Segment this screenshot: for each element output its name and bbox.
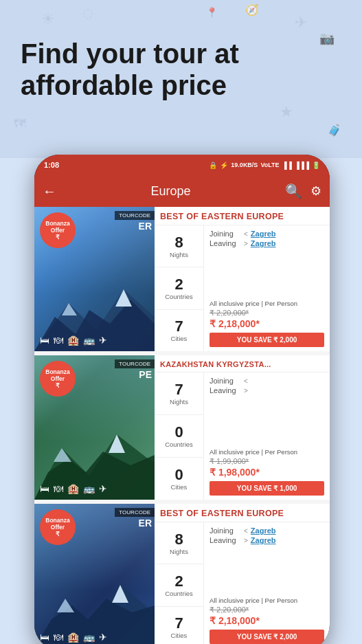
- card-right-2: KAZAKHSTAN KYRGYZSTA... 7 Nights 0 Count…: [155, 355, 330, 500]
- deco-pin-icon: 📍: [206, 7, 218, 18]
- bus-icon-2: 🚌: [83, 483, 95, 494]
- leaving-city-1[interactable]: Zagreb: [251, 239, 276, 247]
- nights-stat-1: 8 Nights: [155, 225, 203, 267]
- bonanza-badge-1: BonanzaOffer₹: [40, 212, 76, 248]
- cities-label-1: Cities: [171, 335, 188, 342]
- hotel-icon-2: 🏨: [67, 483, 79, 494]
- original-price-1: ₹ 2,20,000*: [210, 309, 324, 318]
- joining-label-2: Joining: [210, 377, 241, 385]
- deco-compass-icon: 🧭: [245, 3, 259, 16]
- hotel-icon-3: 🏨: [67, 632, 79, 643]
- nights-label-1: Nights: [170, 251, 188, 258]
- phone-mockup: 1:08 🔒 ⚡ 19.0KB/S VoLTE ▐▐ ▐▐▐ 🔋 ← Europ…: [34, 155, 330, 644]
- current-price-3: ₹ 2,18,000*: [210, 615, 324, 626]
- price-section-1: All inclusive price | Per Person ₹ 2,20,…: [210, 300, 324, 347]
- joining-leaving-2: Joining < Leaving >: [210, 377, 324, 395]
- price-section-2: All inclusive price | Per Person ₹ 1,99,…: [210, 448, 324, 496]
- joining-leaving-3: Joining < Zagreb Leaving > Zagreb: [210, 526, 324, 544]
- plane-icon-1: ✈: [99, 335, 107, 346]
- save-button-1[interactable]: YOU SAVE ₹ 2,000: [210, 333, 324, 347]
- tour-card-1[interactable]: BonanzaOffer₹ TOURCODE ER 🛏 🍽 🏨 🚌 ✈ BEST…: [34, 207, 330, 351]
- bt-icon: ⚡: [220, 162, 228, 169]
- joining-label-3: Joining: [210, 526, 241, 535]
- card-details-2: Joining < Leaving > All inclusive: [204, 373, 330, 500]
- nights-label-2: Nights: [170, 398, 188, 406]
- signal-1-icon: ▐▐: [282, 162, 292, 169]
- bonanza-label-1: BonanzaOffer₹: [45, 220, 69, 241]
- hotel-icon-1: 🏨: [67, 335, 79, 346]
- bonanza-badge-3: BonanzaOffer₹: [40, 509, 76, 545]
- joining-row-3: Joining < Zagreb: [210, 526, 324, 535]
- battery-icon: 🔋: [312, 162, 320, 169]
- countries-label-3: Countries: [165, 590, 193, 597]
- nights-label-3: Nights: [170, 548, 188, 555]
- price-info-2: All inclusive price | Per Person: [210, 448, 324, 456]
- joining-city-3[interactable]: Zagreb: [251, 526, 276, 535]
- card-middle-2: 7 Nights 0 Countries 0 Cities: [155, 373, 330, 500]
- joining-arrow-1: <: [244, 230, 248, 238]
- deco-circle-icon: ◌: [82, 5, 93, 21]
- headline-line1: Find your tour at: [21, 38, 239, 69]
- leaving-row-1: Leaving > Zagreb: [210, 239, 324, 247]
- countries-stat-2: 0 Countries: [155, 415, 203, 458]
- current-price-1: ₹ 2,18,000*: [210, 318, 324, 329]
- deco-plane-icon: ✈: [295, 14, 307, 32]
- cities-label-2: Cities: [171, 483, 188, 491]
- bed-icon-1: 🛏: [40, 335, 49, 346]
- countries-stat-3: 2 Countries: [155, 564, 203, 606]
- tourcode-label-1: TOURCODE: [115, 211, 155, 220]
- tour-list[interactable]: BonanzaOffer₹ TOURCODE ER 🛏 🍽 🏨 🚌 ✈ BEST…: [34, 207, 330, 644]
- deco-luggage-icon: 🧳: [328, 124, 341, 137]
- bed-icon-2: 🛏: [40, 483, 49, 494]
- status-bar: 1:08 🔒 ⚡ 19.0KB/S VoLTE ▐▐ ▐▐▐ 🔋: [34, 155, 330, 175]
- bus-icon-1: 🚌: [83, 335, 95, 346]
- food-icon-3: 🍽: [54, 632, 63, 643]
- card-image-1: BonanzaOffer₹ TOURCODE ER 🛏 🍽 🏨 🚌 ✈: [34, 207, 155, 351]
- tour-card-2[interactable]: BonanzaOffer₹ TOURCODE PE 🛏 🍽 🏨 🚌 ✈ KAZA…: [34, 355, 330, 500]
- leaving-row-3: Leaving > Zagreb: [210, 536, 324, 544]
- cities-num-1: 7: [174, 318, 183, 335]
- nights-stat-3: 8 Nights: [155, 522, 203, 564]
- deco-map-icon: 🗺: [14, 117, 26, 131]
- card-image-3: BonanzaOffer₹ TOURCODE ER 🛏 🍽 🏨 🚌 ✈: [34, 504, 155, 644]
- card-title-2: KAZAKHSTAN KYRGYZSTA...: [155, 355, 330, 373]
- signal-2-icon: ▐▐▐: [295, 162, 309, 169]
- original-price-3: ₹ 2,20,000*: [210, 606, 324, 614]
- cities-label-3: Cities: [171, 632, 188, 639]
- card-stats-2: 7 Nights 0 Countries 0 Cities: [155, 373, 204, 500]
- leaving-label-2: Leaving: [210, 386, 241, 395]
- countries-label-2: Countries: [165, 441, 193, 448]
- joining-city-1[interactable]: Zagreb: [251, 230, 276, 238]
- card-details-3: Joining < Zagreb Leaving > Zagreb A: [204, 522, 330, 644]
- countries-stat-1: 2 Countries: [155, 267, 203, 309]
- leaving-label-3: Leaving: [210, 536, 241, 544]
- card-middle-3: 8 Nights 2 Countries 7 Cities: [155, 522, 330, 644]
- filter-button[interactable]: ⚙: [310, 184, 321, 199]
- bonanza-label-3: BonanzaOffer₹: [45, 517, 69, 538]
- nights-num-3: 8: [174, 531, 183, 548]
- save-button-3[interactable]: YOU SAVE ₹ 2,000: [210, 630, 324, 644]
- card-right-1: BEST OF EASTERN EUROPE 8 Nights 2 Countr…: [155, 207, 330, 351]
- leaving-row-2: Leaving >: [210, 386, 324, 395]
- plane-icon-3: ✈: [99, 632, 107, 643]
- nights-stat-2: 7 Nights: [155, 373, 203, 415]
- cities-stat-1: 7 Cities: [155, 310, 203, 351]
- food-icon-2: 🍽: [54, 483, 63, 494]
- bed-icon-3: 🛏: [40, 632, 49, 643]
- tourcode-code-1: ER: [139, 221, 152, 232]
- price-info-1: All inclusive price | Per Person: [210, 300, 324, 307]
- save-button-2[interactable]: YOU SAVE ₹ 1,000: [210, 481, 324, 496]
- tourcode-code-3: ER: [139, 518, 152, 529]
- tour-card-3[interactable]: BonanzaOffer₹ TOURCODE ER 🛏 🍽 🏨 🚌 ✈ BEST…: [34, 504, 330, 644]
- search-button[interactable]: 🔍: [285, 183, 302, 199]
- tourcode-code-2: PE: [139, 369, 152, 380]
- back-button[interactable]: ←: [43, 184, 56, 199]
- bonanza-label-2: BonanzaOffer₹: [45, 368, 69, 390]
- food-icon-1: 🍽: [54, 335, 63, 346]
- card-right-3: BEST OF EASTERN EUROPE 8 Nights 2 Countr…: [155, 504, 330, 644]
- nights-num-1: 8: [174, 234, 183, 251]
- leaving-city-3[interactable]: Zagreb: [251, 536, 276, 544]
- joining-row-2: Joining <: [210, 377, 324, 385]
- deco-sun-icon: ☀: [41, 10, 55, 28]
- deco-camera-icon: 📷: [319, 31, 335, 46]
